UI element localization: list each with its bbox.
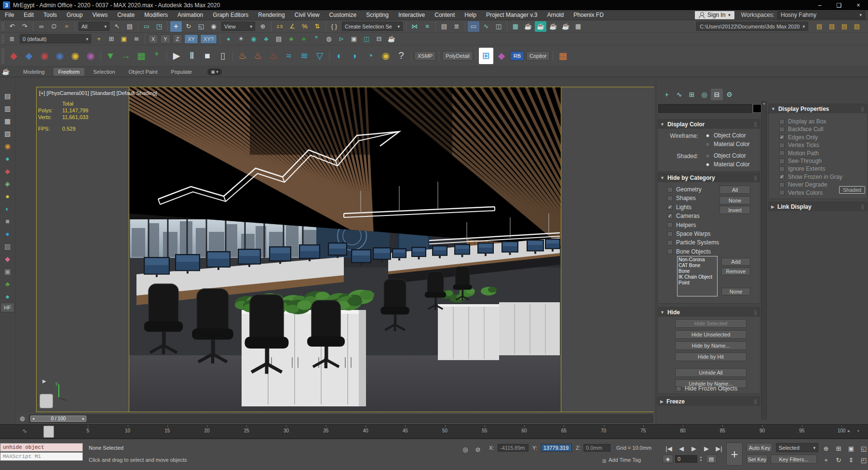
color-palette-icon[interactable]: ▦	[556, 48, 570, 64]
category-particle-systems-checkbox[interactable]	[667, 240, 673, 245]
strip-orange-icon[interactable]: ◉	[2, 140, 14, 152]
category-space-warps-checkbox[interactable]	[667, 231, 673, 237]
rollout-drag-icon[interactable]: ⣿	[754, 122, 758, 127]
toolbar-grip[interactable]	[1, 35, 4, 43]
frame-tick-90[interactable]: 90	[760, 428, 765, 433]
frame-tick-100[interactable]: 100	[838, 428, 846, 433]
cv-tree-add-icon[interactable]: ♣	[285, 34, 297, 44]
open-a360-icon[interactable]: ▦	[572, 21, 584, 32]
strip-box-icon[interactable]: ▣	[2, 266, 14, 277]
hide-by-category-header[interactable]: ▼ Hide by Category ⣿	[658, 173, 760, 182]
frame-tick-10[interactable]: 10	[125, 428, 130, 433]
hide-unselected-button[interactable]: Hide Unselected	[675, 330, 746, 339]
unlink-icon[interactable]: ∅	[48, 21, 60, 32]
toolbar-grip[interactable]	[1, 22, 4, 31]
cv-camera-icon[interactable]: ⊳	[336, 34, 347, 44]
time-slider-handle[interactable]: ◂ 0 / 100 ▸	[30, 416, 86, 422]
railclone-rb-icon[interactable]: RB	[510, 51, 524, 61]
category-invert-button[interactable]: Invert	[719, 206, 750, 214]
frame-tick-40[interactable]: 40	[363, 428, 368, 433]
zoom-all-icon[interactable]: ⊞	[833, 443, 844, 454]
time-slider-track[interactable]: ◂ 0 / 100 ▸	[29, 415, 653, 423]
menu-project-manager-v-3[interactable]: Project Manager v.3	[481, 10, 542, 20]
scene-explorer-icon[interactable]: ▤	[438, 21, 450, 32]
layer-manager-icon[interactable]: ≣	[6, 34, 18, 44]
phoenix-liquid-icon[interactable]: ≈	[282, 48, 296, 64]
anima-red-icon[interactable]: ◉	[37, 48, 52, 64]
ramp-icon[interactable]: ◔	[363, 48, 378, 64]
frame-tick-35[interactable]: 35	[323, 428, 328, 433]
select-place-icon[interactable]: ◉	[208, 21, 219, 32]
key-filters-button[interactable]: Key Filters...	[771, 455, 817, 464]
camera-view[interactable]	[129, 87, 561, 412]
anima-purple-icon[interactable]: ◉	[83, 48, 98, 64]
strip-blue-icon[interactable]: ●	[2, 228, 14, 240]
spinner-snap-icon[interactable]: ⇅	[312, 21, 323, 32]
dp-edges-only-checkbox[interactable]: ✓	[779, 134, 785, 140]
wireframe-object-color-radio[interactable]	[705, 133, 710, 138]
named-selection-dropdown[interactable]: Create Selection Se▾	[342, 22, 403, 31]
exclude-category-list[interactable]: Non-CoronaCAT BoneBoneIK Chain ObjectPoi…	[677, 256, 718, 296]
frame-tick-60[interactable]: 60	[521, 428, 527, 433]
frame-tick-80[interactable]: 80	[680, 428, 685, 433]
hide-header[interactable]: ▼ Hide ⣿	[658, 308, 760, 317]
minimize-button[interactable]: –	[810, 0, 829, 10]
strip-grid3-icon[interactable]: ▦	[2, 115, 14, 127]
display-color-header[interactable]: ▼ Display Color ⣿	[658, 120, 760, 129]
phoenix-explosion-icon[interactable]: ♨	[266, 48, 281, 64]
dp-display-as-box-checkbox[interactable]	[779, 119, 785, 124]
selection-set-key-dropdown[interactable]: Selected▾	[776, 443, 818, 452]
anima-yellow-icon[interactable]: ◉	[68, 48, 82, 64]
strip-hf-label[interactable]: HF	[0, 303, 14, 312]
pool-icon[interactable]: ◐	[332, 48, 347, 64]
x-coordinate-field[interactable]: -4115.89m	[498, 444, 529, 452]
modify-tab-icon[interactable]: ∿	[673, 89, 685, 100]
menu-scripting[interactable]: Scripting	[361, 10, 393, 20]
prev-frame-button[interactable]: ◀	[676, 443, 687, 454]
wireframe-material-color-radio[interactable]	[705, 142, 710, 147]
move-icon[interactable]: +	[170, 21, 182, 32]
frame-number-field[interactable]: 0	[675, 455, 697, 463]
menu-graph-editors[interactable]: Graph Editors	[208, 10, 253, 20]
close-button[interactable]: ×	[849, 0, 868, 10]
strip-yellow-icon[interactable]: ●	[2, 190, 14, 202]
project-folder-link-icon[interactable]: ▤	[839, 21, 850, 32]
frame-tick-30[interactable]: 30	[284, 428, 289, 433]
shaded-object-color-radio[interactable]	[705, 153, 710, 159]
menu-arnold[interactable]: Arnold	[542, 10, 569, 20]
phoenix-fire-icon[interactable]: ♨	[235, 48, 250, 64]
dp-never-degrade-checkbox[interactable]	[779, 182, 785, 188]
menu-phoenix-fd[interactable]: Phoenix FD	[569, 10, 609, 20]
time-slider-options-icon[interactable]: ◍	[16, 413, 28, 424]
undo-icon[interactable]: ↶	[6, 21, 18, 32]
menu-edit[interactable]: Edit	[19, 10, 39, 20]
ref-coord-dropdown[interactable]: View▾	[221, 22, 255, 31]
forest-grid-icon[interactable]: ▦	[134, 48, 149, 64]
cv-disc-icon[interactable]: ◍	[323, 34, 335, 44]
phoenix-ocean-icon[interactable]: ▽	[312, 48, 327, 64]
pan-icon[interactable]: +	[820, 455, 832, 465]
frame-tick-20[interactable]: 20	[204, 428, 209, 433]
dp-vertex-colors-checkbox[interactable]	[779, 190, 785, 195]
frame-tick-50[interactable]: 50	[442, 428, 448, 433]
frame-tick-45[interactable]: 45	[403, 428, 408, 433]
zoom-region-icon[interactable]: ◱	[858, 443, 868, 454]
frame-tick-85[interactable]: 85	[720, 428, 725, 433]
play-sim-icon[interactable]: ▶	[169, 48, 184, 64]
menu-animation[interactable]: Animation	[173, 10, 208, 20]
viewport-label[interactable]: [+] [PhysCamera001] [Standard] [Default …	[39, 90, 157, 96]
project-folder-settings-icon[interactable]: ▤	[814, 21, 825, 32]
current-frame-indicator[interactable]	[43, 426, 54, 438]
delete-sim-icon[interactable]: ▯	[216, 48, 230, 64]
xsmp-button[interactable]: XSMP	[414, 51, 436, 61]
frame-tick-55[interactable]: 55	[482, 428, 487, 433]
strip-grid1-icon[interactable]: ▤	[2, 90, 14, 102]
orbit-icon[interactable]: ↻	[833, 455, 844, 465]
dolly-icon[interactable]: ⇕	[845, 455, 857, 465]
menu-file[interactable]: File	[0, 10, 19, 20]
slider-next-icon[interactable]: ▸	[82, 416, 84, 421]
project-new-folder-icon[interactable]: ▤	[826, 21, 838, 32]
dp-vertex-ticks-checkbox[interactable]	[779, 143, 785, 148]
rollout-drag-icon[interactable]: ⣿	[754, 310, 758, 315]
goto-end-button[interactable]: ▶|	[713, 443, 725, 454]
